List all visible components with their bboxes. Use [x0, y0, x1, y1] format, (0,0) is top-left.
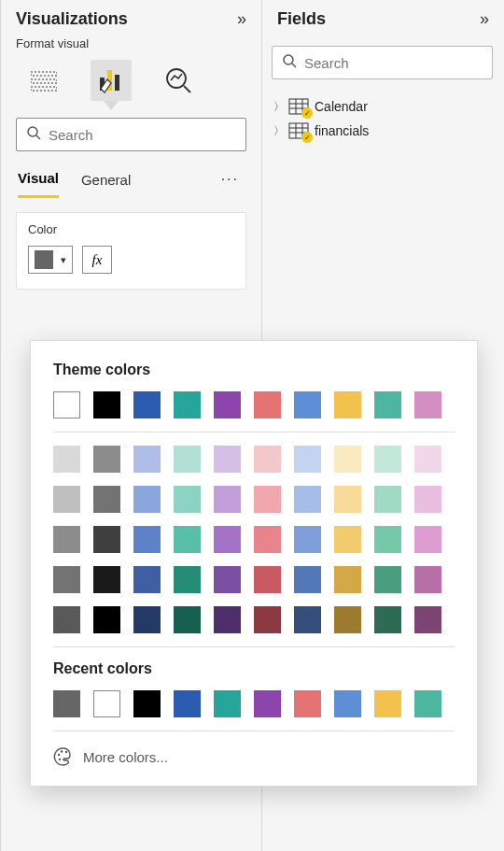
color-card: Color ▾ fx: [16, 212, 246, 290]
format-visual-subtitle: Format visual: [1, 36, 261, 56]
color-swatch[interactable]: [254, 391, 281, 418]
color-swatch[interactable]: [133, 486, 161, 513]
color-swatch[interactable]: [374, 391, 401, 418]
color-swatch[interactable]: [374, 486, 401, 513]
color-swatch[interactable]: [414, 391, 441, 418]
color-swatch[interactable]: [414, 446, 441, 473]
color-swatch[interactable]: [254, 606, 281, 633]
fx-button[interactable]: fx: [82, 246, 112, 274]
analytics-icon[interactable]: [158, 60, 199, 101]
color-swatch[interactable]: [294, 690, 321, 717]
color-swatch[interactable]: [374, 690, 401, 717]
color-swatch[interactable]: [294, 566, 321, 593]
color-swatch[interactable]: [414, 606, 441, 633]
theme-tint-grid: [53, 446, 455, 633]
color-swatch[interactable]: [214, 486, 241, 513]
field-item-calendar[interactable]: 〉 ✓ Calendar: [272, 94, 495, 119]
color-swatch[interactable]: [53, 486, 80, 513]
color-swatch[interactable]: [374, 446, 401, 473]
color-swatch[interactable]: [254, 566, 281, 593]
color-swatch[interactable]: [414, 566, 441, 593]
color-swatch[interactable]: [254, 486, 281, 513]
svg-point-8: [28, 127, 37, 136]
color-swatch[interactable]: [254, 526, 281, 553]
color-dropdown[interactable]: ▾: [28, 246, 73, 274]
color-swatch[interactable]: [93, 486, 120, 513]
color-swatch[interactable]: [133, 690, 161, 717]
color-swatch[interactable]: [414, 526, 441, 553]
color-swatch[interactable]: [214, 690, 241, 717]
color-swatch[interactable]: [53, 566, 80, 593]
color-swatch[interactable]: [334, 446, 361, 473]
field-item-financials[interactable]: 〉 ✓ financials: [272, 119, 495, 143]
theme-colors-heading: Theme colors: [53, 362, 455, 378]
color-swatch[interactable]: [414, 486, 441, 513]
color-swatch[interactable]: [53, 391, 80, 418]
color-swatch[interactable]: [374, 526, 401, 553]
format-search-input[interactable]: [49, 127, 236, 143]
format-mode-switch: [1, 56, 261, 101]
fields-search[interactable]: [272, 46, 493, 79]
color-swatch[interactable]: [374, 566, 401, 593]
collapse-fields-icon[interactable]: »: [476, 7, 493, 31]
color-swatch[interactable]: [174, 391, 201, 418]
color-swatch[interactable]: [93, 690, 120, 717]
color-swatch[interactable]: [93, 606, 120, 633]
color-swatch[interactable]: [214, 566, 241, 593]
format-search[interactable]: [16, 118, 246, 151]
color-swatch[interactable]: [334, 606, 361, 633]
color-swatch[interactable]: [93, 391, 120, 418]
color-swatch[interactable]: [214, 606, 241, 633]
color-swatch[interactable]: [294, 391, 321, 418]
color-swatch[interactable]: [294, 606, 321, 633]
color-swatch[interactable]: [174, 690, 201, 717]
tab-visual[interactable]: Visual: [18, 166, 59, 198]
color-swatch[interactable]: [133, 606, 161, 633]
color-swatch[interactable]: [53, 690, 80, 717]
theme-tint-row: [53, 566, 455, 593]
tab-general[interactable]: General: [81, 168, 131, 197]
theme-tint-row: [53, 606, 455, 633]
color-swatch[interactable]: [254, 446, 281, 473]
color-swatch[interactable]: [133, 526, 161, 553]
color-swatch[interactable]: [93, 526, 120, 553]
format-visual-icon[interactable]: [91, 60, 132, 101]
color-swatch[interactable]: [174, 566, 201, 593]
color-swatch[interactable]: [334, 391, 361, 418]
color-swatch[interactable]: [214, 526, 241, 553]
more-colors-button[interactable]: More colors...: [53, 745, 455, 767]
color-swatch[interactable]: [414, 690, 441, 717]
color-swatch[interactable]: [374, 606, 401, 633]
color-swatch[interactable]: [93, 566, 120, 593]
color-swatch[interactable]: [334, 486, 361, 513]
color-swatch[interactable]: [53, 606, 80, 633]
format-tabs: Visual General ···: [1, 161, 261, 199]
fields-search-input[interactable]: [304, 55, 483, 71]
color-swatch[interactable]: [334, 526, 361, 553]
search-icon: [26, 125, 41, 144]
svg-point-6: [167, 69, 186, 88]
color-swatch[interactable]: [174, 446, 201, 473]
recent-colors-heading: Recent colors: [53, 660, 455, 677]
tab-more-icon[interactable]: ···: [216, 167, 245, 197]
color-swatch[interactable]: [294, 446, 321, 473]
color-swatch[interactable]: [294, 486, 321, 513]
color-swatch[interactable]: [133, 391, 161, 418]
color-swatch[interactable]: [334, 690, 361, 717]
current-color-swatch: [35, 250, 53, 269]
color-swatch[interactable]: [294, 526, 321, 553]
color-swatch[interactable]: [53, 526, 80, 553]
color-swatch[interactable]: [93, 446, 120, 473]
color-swatch[interactable]: [174, 526, 201, 553]
color-swatch[interactable]: [214, 391, 241, 418]
color-swatch[interactable]: [334, 566, 361, 593]
color-swatch[interactable]: [53, 446, 80, 473]
color-swatch[interactable]: [254, 690, 281, 717]
color-swatch[interactable]: [133, 446, 161, 473]
color-swatch[interactable]: [133, 566, 161, 593]
build-visual-icon[interactable]: [23, 60, 64, 101]
color-swatch[interactable]: [214, 446, 241, 473]
collapse-viz-icon[interactable]: »: [233, 7, 250, 31]
color-swatch[interactable]: [174, 486, 201, 513]
color-swatch[interactable]: [174, 606, 201, 633]
